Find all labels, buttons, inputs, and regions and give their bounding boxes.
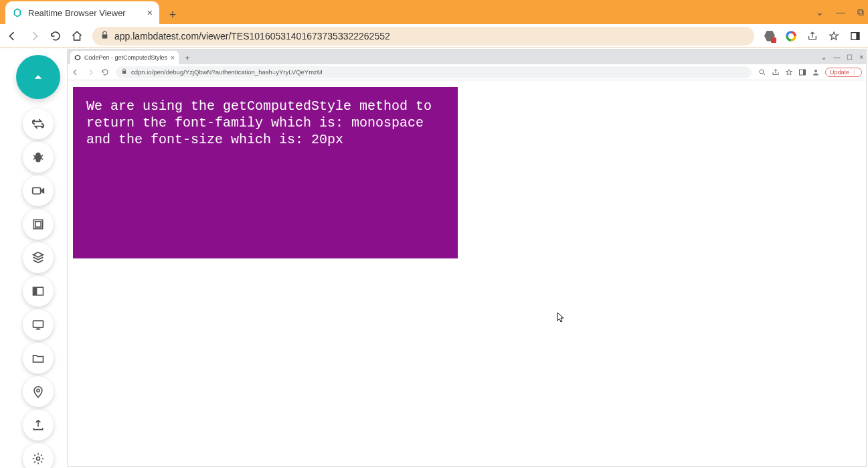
svg-rect-12 [803,70,806,75]
inner-tab-title: CodePen - getComputedStyles [84,54,167,61]
inner-right-icons: Update ⋮ [758,68,862,77]
inner-address-bar[interactable]: cdpn.io/pen/debug/YzjQbwN?authentication… [116,66,752,78]
inner-toolbar: cdpn.io/pen/debug/YzjQbwN?authentication… [68,64,866,80]
lambdatest-favicon-icon [12,7,23,18]
files-button[interactable] [23,343,54,374]
share-icon[interactable] [806,30,818,42]
inner-sidepanel-icon[interactable] [798,68,806,76]
svg-rect-4 [35,222,41,227]
inner-content-area[interactable]: We are using the getComputedStyle method… [68,80,866,466]
inner-maximize-icon[interactable]: ☐ [847,54,853,61]
outer-tab-title: Realtime Browser Viewer [28,8,142,18]
geolocation-button[interactable] [23,376,54,407]
extension-icon[interactable] [764,30,776,42]
inner-lock-icon [121,68,127,76]
collapse-fab-button[interactable] [16,55,60,99]
svg-point-10 [760,70,764,74]
svg-point-8 [37,389,39,392]
projects-button[interactable] [23,242,54,273]
outer-home-button[interactable] [71,30,83,42]
svg-rect-7 [33,321,44,327]
inner-share-icon[interactable] [772,68,780,76]
viewer-body: CodePen - getComputedStyles × + ⌄ — ☐ × [0,48,868,468]
mouse-cursor-icon [557,312,565,323]
side-rail [0,48,67,468]
update-label: Update [830,69,849,76]
svg-rect-6 [33,287,37,295]
google-account-icon[interactable] [785,30,797,42]
outer-right-icons [764,30,861,42]
outer-browser-tab[interactable]: Realtime Browser Viewer × [5,1,159,24]
kebab-icon: ⋮ [851,69,857,76]
inner-profile-icon[interactable] [812,68,820,76]
inner-tabsearch-icon[interactable]: ⌄ [821,54,827,61]
svg-point-9 [37,457,40,461]
inner-minimize-icon[interactable]: — [833,54,840,61]
outer-reload-button[interactable] [50,30,62,42]
mark-bug-button[interactable] [23,142,54,173]
outer-window-controls: ⌄ — ⧉ [816,0,864,24]
inner-browser-tab[interactable]: CodePen - getComputedStyles × [70,51,179,64]
outer-tabsearch-icon[interactable]: ⌄ [816,7,824,17]
record-video-button[interactable] [23,175,54,206]
switch-session-button[interactable] [23,108,54,139]
screenshot-button[interactable] [23,209,54,240]
output-text: We are using the getComputedStyle method… [86,98,444,148]
codepen-favicon-icon [74,54,81,61]
svg-point-13 [814,70,817,72]
upload-button[interactable] [23,410,54,441]
inner-url-text: cdpn.io/pen/debug/YzjQbwN?authentication… [131,68,323,76]
inner-close-icon[interactable]: × [859,54,863,61]
settings-button[interactable] [23,443,54,468]
outer-tab-close-icon[interactable]: × [147,7,153,18]
outer-forward-button[interactable] [28,30,40,42]
devtools-button[interactable] [23,309,54,340]
inner-back-button[interactable] [72,68,80,76]
remote-browser-frame: CodePen - getComputedStyles × + ⌄ — ☐ × [67,49,867,467]
inner-tabstrip: CodePen - getComputedStyles × + ⌄ — ☐ × [68,50,866,64]
output-panel: We are using the getComputedStyle method… [73,87,458,258]
lock-icon [100,31,109,42]
inner-update-button[interactable]: Update ⋮ [825,68,862,77]
inner-tab-close-icon[interactable]: × [171,54,175,62]
outer-toolbar: app.lambdatest.com/viewer/TES10160531401… [0,24,868,48]
outer-minimize-icon[interactable]: — [836,7,845,17]
svg-rect-1 [856,32,859,40]
outer-new-tab-button[interactable]: + [163,5,182,24]
sidepanel-icon[interactable] [849,30,861,42]
outer-address-bar[interactable]: app.lambdatest.com/viewer/TES10160531401… [92,27,754,46]
inner-star-icon[interactable] [785,68,793,76]
outer-maximize-icon[interactable]: ⧉ [857,7,864,18]
svg-rect-2 [33,187,41,193]
inner-window-controls: ⌄ — ☐ × [821,50,863,64]
bookmark-star-icon[interactable] [828,30,840,42]
outer-url-text: app.lambdatest.com/viewer/TES10160531401… [114,31,390,42]
outer-tabstrip: Realtime Browser Viewer × + ⌄ — ⧉ [0,0,868,24]
inner-zoom-icon[interactable] [758,68,766,76]
resolution-button[interactable] [23,276,54,307]
inner-reload-button[interactable] [101,68,109,76]
inner-forward-button[interactable] [86,68,94,76]
outer-back-button[interactable] [7,30,19,42]
inner-new-tab-button[interactable]: + [181,52,193,64]
